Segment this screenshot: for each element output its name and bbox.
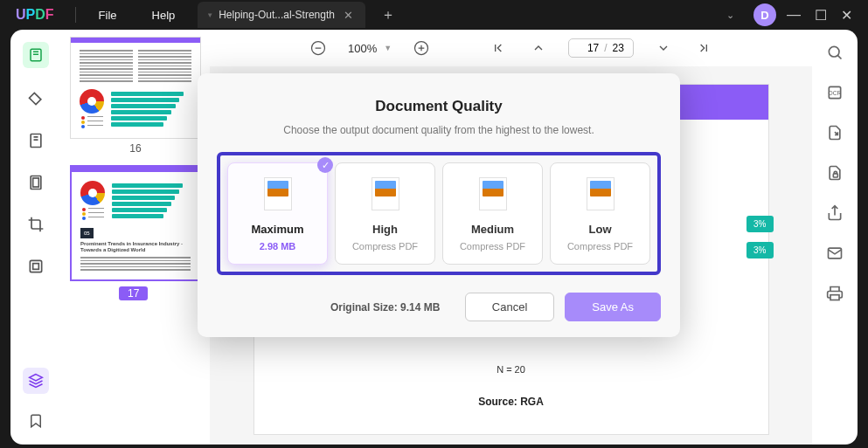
chart-badge-2: 3% (746, 242, 773, 258)
svg-rect-5 (33, 264, 39, 270)
titlebar: UPDF File Help ▼ Helping-Out...al-Streng… (0, 0, 868, 30)
document-quality-modal: Document Quality Choose the output docum… (198, 73, 680, 337)
email-icon[interactable] (826, 245, 844, 262)
page-tool-icon[interactable] (24, 171, 47, 194)
window-maximize-icon[interactable]: ☐ (815, 7, 827, 24)
quality-option-low[interactable]: Low Compress PDF (550, 162, 650, 265)
page-number-input[interactable]: / 23 (568, 38, 634, 58)
next-page-icon[interactable] (653, 38, 674, 59)
selected-check-icon: ✓ (317, 157, 333, 173)
page-total: 23 (613, 42, 624, 54)
svg-rect-4 (30, 260, 41, 272)
chart-badge-1: 3% (746, 216, 773, 232)
modal-subtitle: Choose the output document quality from … (217, 124, 661, 136)
print-icon[interactable] (826, 285, 844, 302)
export-icon[interactable] (826, 124, 844, 141)
add-tab-button[interactable]: ＋ (381, 6, 395, 24)
save-as-button[interactable]: Save As (565, 293, 661, 321)
thumbnail-label-17: 17 (119, 286, 148, 300)
source-text: Source: RGA (254, 396, 768, 408)
right-toolbar: OCR (812, 30, 858, 445)
svg-rect-13 (830, 295, 839, 300)
quality-option-medium[interactable]: Medium Compress PDF (442, 162, 543, 265)
quality-option-maximum[interactable]: ✓ Maximum 2.98 MB (227, 162, 328, 265)
share-icon[interactable] (826, 204, 844, 222)
window-close-icon[interactable]: ✕ (841, 7, 852, 24)
tab-close-icon[interactable]: ✕ (344, 9, 353, 22)
thumbnail-label-16: 16 (70, 142, 201, 155)
svg-rect-3 (33, 178, 39, 187)
tab-dropdown-icon[interactable]: ▼ (206, 11, 213, 19)
original-size-text: Original Size: 9.14 MB (330, 301, 440, 314)
tab-title: Helping-Out...al-Strength (219, 9, 335, 21)
reader-tool-icon[interactable] (23, 42, 49, 68)
thumbnail-page-17[interactable]: 05 Prominent Trends in Insurance Industr… (70, 165, 201, 281)
quality-option-high[interactable]: High Compress PDF (335, 162, 435, 265)
last-page-icon[interactable] (693, 38, 714, 59)
layers-icon[interactable] (23, 368, 49, 394)
sample-size-text: N = 20 (254, 364, 768, 375)
search-icon[interactable] (826, 44, 844, 61)
viewer-toolbar: 100%▼ / 23 (210, 30, 812, 66)
left-toolbar (10, 30, 61, 445)
svg-point-8 (829, 46, 839, 57)
user-avatar[interactable]: D (753, 3, 776, 26)
svg-text:OCR: OCR (829, 90, 842, 96)
bookmark-icon[interactable] (24, 410, 47, 432)
app-logo: UPDF (0, 7, 70, 23)
zoom-level[interactable]: 100%▼ (348, 42, 392, 55)
thumbnail-page-16[interactable] (70, 37, 201, 139)
ocr-icon[interactable]: OCR (826, 84, 844, 101)
stamp-tool-icon[interactable] (24, 255, 47, 278)
page-current-field[interactable] (578, 42, 599, 54)
highlighter-tool-icon[interactable] (24, 87, 47, 110)
menu-file[interactable]: File (81, 9, 135, 22)
cancel-button[interactable]: Cancel (465, 293, 554, 321)
protect-icon[interactable] (826, 164, 844, 182)
window-minimize-icon[interactable]: — (787, 7, 801, 23)
document-tab[interactable]: ▼ Helping-Out...al-Strength ✕ (198, 2, 365, 28)
svg-rect-11 (833, 174, 837, 177)
thumbnail-panel: 16 05 Prominent Trends in Insurance Indu… (61, 30, 210, 445)
menu-help[interactable]: Help (135, 9, 193, 22)
modal-title: Document Quality (217, 98, 661, 115)
zoom-out-icon[interactable] (308, 38, 329, 59)
zoom-in-icon[interactable] (411, 38, 432, 59)
tabs-more-icon[interactable]: ⌄ (726, 10, 734, 21)
first-page-icon[interactable] (488, 38, 509, 59)
crop-tool-icon[interactable] (24, 213, 47, 236)
edit-tool-icon[interactable] (24, 129, 47, 152)
quality-options-group: ✓ Maximum 2.98 MB High Compress PDF Medi… (217, 152, 661, 275)
prev-page-icon[interactable] (528, 38, 549, 59)
